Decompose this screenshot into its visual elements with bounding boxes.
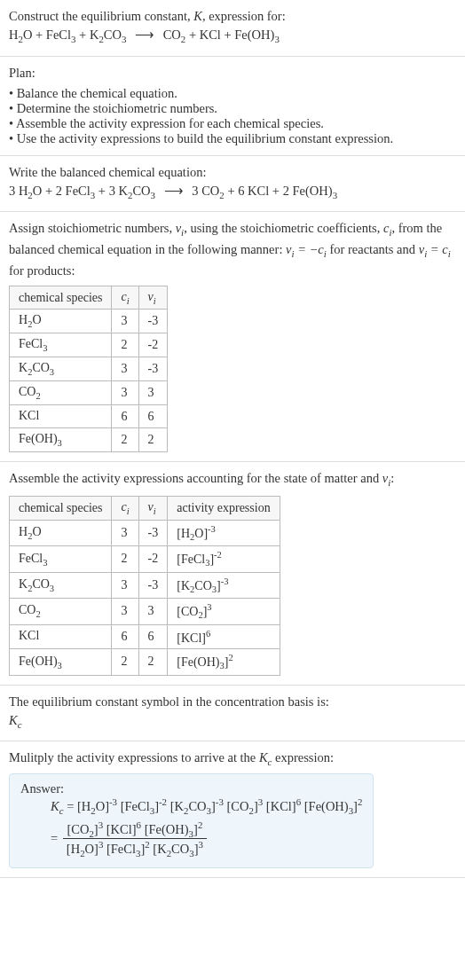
table-row: FeCl32-2 <box>10 333 168 357</box>
final-title: Mulitply the activity expressions to arr… <box>9 749 456 770</box>
reaction-arrow-icon: ⟶ <box>159 184 189 198</box>
activity-section: Assemble the activity expressions accoun… <box>0 462 465 685</box>
table-row: FeCl32-2[FeCl3]-2 <box>10 546 280 572</box>
kc-expression-line2: = [CO2]3 [KCl]6 [Fe(OH)3]2 [H2O]3 [FeCl3… <box>20 819 362 858</box>
table-row: H2O3-3[H2O]-3 <box>10 520 280 545</box>
stoich-table: chemical species ci νi H2O3-3 FeCl32-2 K… <box>9 286 168 453</box>
intro-K: K <box>193 9 202 23</box>
balanced-section: Write the balanced chemical equation: 3 … <box>0 156 465 213</box>
plan-item: Determine the stoichiometric numbers. <box>9 101 456 116</box>
table-header-row: chemical species ci νi <box>10 286 168 310</box>
balanced-equation: 3 H2O + 2 FeCl3 + 3 K2CO3 ⟶ 3 CO2 + 6 KC… <box>9 182 456 203</box>
col-nui: νi <box>138 496 168 520</box>
balanced-lhs: 3 H2O + 2 FeCl3 + 3 K2CO3 <box>9 184 159 198</box>
plan-title: Plan: <box>9 64 456 82</box>
balanced-title: Write the balanced chemical equation: <box>9 163 456 182</box>
table-row: H2O3-3 <box>10 310 168 333</box>
col-ci: ci <box>112 496 138 520</box>
plan-item: Assemble the activity expression for eac… <box>9 116 456 131</box>
col-nui: νi <box>138 286 168 310</box>
final-section: Mulitply the activity expressions to arr… <box>0 741 465 878</box>
table-header-row: chemical species ci νi activity expressi… <box>10 496 280 520</box>
activity-table: chemical species ci νi activity expressi… <box>9 496 280 676</box>
col-activity: activity expression <box>168 496 280 520</box>
col-species: chemical species <box>10 286 112 310</box>
table-row: KCl66 <box>10 404 168 428</box>
table-row: K2CO33-3 <box>10 357 168 381</box>
col-species: chemical species <box>10 496 112 520</box>
intro-text-b: , expression for: <box>202 9 286 23</box>
basis-Kc: Kc <box>9 711 456 733</box>
intro-text-a: Construct the equilibrium constant, <box>9 9 193 23</box>
intro-section: Construct the equilibrium constant, K, e… <box>0 0 465 57</box>
intro-line: Construct the equilibrium constant, K, e… <box>9 7 456 26</box>
intro-equation: H2O + FeCl3 + K2CO3 ⟶ CO2 + KCl + Fe(OH)… <box>9 26 456 47</box>
stoich-paragraph: Assign stoichiometric numbers, νi, using… <box>9 219 456 279</box>
fraction: [CO2]3 [KCl]6 [Fe(OH)3]2 [H2O]3 [FeCl3]2… <box>61 819 209 858</box>
table-row: Fe(OH)322[Fe(OH)3]2 <box>10 649 280 675</box>
basis-section: The equilibrium constant symbol in the c… <box>0 686 465 742</box>
fraction-numerator: [CO2]3 [KCl]6 [Fe(OH)3]2 <box>63 819 207 840</box>
plan-list: Balance the chemical equation. Determine… <box>9 86 456 146</box>
answer-box: Answer: Kc = [H2O]-3 [FeCl3]-2 [K2CO3]-3… <box>9 773 374 868</box>
basis-line1: The equilibrium constant symbol in the c… <box>9 693 456 711</box>
kc-expression-line1: Kc = [H2O]-3 [FeCl3]-2 [K2CO3]-3 [CO2]3 … <box>20 796 362 816</box>
table-row: Fe(OH)322 <box>10 428 168 452</box>
plan-section: Plan: Balance the chemical equation. Det… <box>0 57 465 156</box>
table-row: CO233 <box>10 380 168 404</box>
plan-item: Balance the chemical equation. <box>9 86 456 101</box>
eqn-lhs: H2O + FeCl3 + K2CO3 <box>9 27 130 42</box>
answer-label: Answer: <box>20 781 362 796</box>
balanced-rhs: 3 CO2 + 6 KCl + 2 Fe(OH)3 <box>192 184 337 198</box>
reaction-arrow-icon: ⟶ <box>130 27 160 42</box>
activity-title: Assemble the activity expressions accoun… <box>9 469 456 490</box>
col-ci: ci <box>112 286 138 310</box>
table-row: CO233[CO2]3 <box>10 599 280 624</box>
table-row: K2CO33-3[K2CO3]-3 <box>10 572 280 598</box>
eqn-rhs: CO2 + KCl + Fe(OH)3 <box>163 27 280 42</box>
stoich-section: Assign stoichiometric numbers, νi, using… <box>0 212 465 462</box>
table-row: KCl66[KCl]6 <box>10 624 280 649</box>
fraction-denominator: [H2O]3 [FeCl3]2 [K2CO3]3 <box>63 839 207 858</box>
plan-item: Use the activity expressions to build th… <box>9 131 456 146</box>
